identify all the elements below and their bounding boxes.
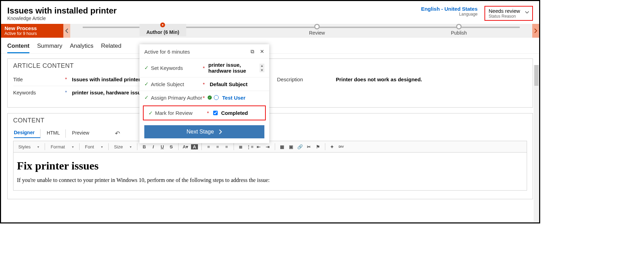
editor-canvas[interactable]: Fix printer issues If you're unable to c…: [13, 153, 527, 191]
stage-dot-icon: [456, 24, 462, 29]
close-icon[interactable]: ✕: [260, 48, 264, 54]
description-field[interactable]: Printer does not work as designed.: [336, 76, 527, 82]
numbered-list-icon[interactable]: ≣: [237, 144, 244, 149]
mark-review-label: Mark for Review: [155, 110, 207, 116]
subtab-html[interactable]: HTML: [47, 129, 66, 138]
required-icon: *: [203, 81, 208, 87]
outdent-icon[interactable]: ⇤: [255, 144, 262, 149]
check-icon: ✓: [144, 65, 149, 71]
popout-icon[interactable]: ⧉: [251, 48, 254, 54]
status-value: Needs review: [489, 8, 523, 14]
required-icon: *: [203, 65, 206, 71]
mark-for-review-row[interactable]: ✓ Mark for Review * Completed: [143, 106, 266, 120]
image-icon[interactable]: ▣: [288, 144, 294, 149]
next-stage-button[interactable]: Next Stage: [144, 125, 264, 138]
user-icon: [214, 95, 219, 100]
content-editor-section: CONTENT Designer HTML Preview ↶ Styles F…: [7, 113, 533, 199]
keywords-label: Keywords: [13, 90, 65, 95]
process-name: New Process: [4, 25, 60, 31]
styles-dropdown[interactable]: Styles: [16, 144, 41, 150]
section-title: ARTICLE CONTENT: [13, 62, 527, 70]
table-icon[interactable]: ▦: [279, 144, 285, 149]
mark-review-checkbox[interactable]: [213, 111, 218, 115]
stage-publish-label: Publish: [451, 30, 467, 36]
status-reason-selector[interactable]: Needs review Status Reason: [484, 6, 533, 21]
page-title: Issues with installed printer: [7, 6, 117, 16]
check-icon: ✓: [144, 94, 149, 101]
next-stage-label: Next Stage: [187, 129, 214, 135]
flyout-title: Active for 6 minutes: [144, 49, 190, 55]
status-label: Status Reason: [489, 14, 523, 19]
unlink-icon[interactable]: ✂: [306, 144, 312, 149]
doc-heading[interactable]: Fix printer issues: [17, 159, 523, 172]
sparkle-icon[interactable]: ✦: [329, 144, 336, 149]
subtab-designer[interactable]: Designer: [14, 129, 40, 138]
required-icon: *: [203, 95, 208, 101]
undo-icon[interactable]: ↶: [115, 130, 120, 137]
description-label: Description: [277, 76, 329, 82]
font-dropdown[interactable]: Font: [83, 144, 105, 150]
assign-author-label: Assign Primary Author: [151, 95, 203, 101]
field-scroll[interactable]: ▲▼: [260, 64, 264, 72]
text-color-icon[interactable]: A▾: [182, 144, 189, 149]
bullet-list-icon[interactable]: ⋮≡: [246, 144, 253, 149]
div-icon[interactable]: DIV: [338, 145, 345, 148]
verified-icon: ✓: [208, 95, 212, 100]
stage-review[interactable]: Review: [309, 24, 325, 36]
vertical-scrollbar[interactable]: [534, 65, 539, 222]
stage-publish[interactable]: Publish: [451, 24, 467, 36]
subtab-preview[interactable]: Preview: [72, 129, 95, 138]
indent-icon[interactable]: ⇥: [264, 144, 271, 149]
editor-toolbar: Styles Format Font Size B I U S A▾ A ≡ ≡…: [13, 141, 527, 153]
highlight-icon[interactable]: A: [191, 144, 198, 149]
required-icon: *: [65, 76, 72, 82]
assign-author-value[interactable]: Test User: [222, 95, 245, 101]
tab-analytics[interactable]: Analytics: [70, 40, 93, 53]
language-value: English - United States: [421, 6, 478, 12]
link-icon[interactable]: 🔗: [297, 144, 303, 149]
process-next-arrow[interactable]: [532, 24, 539, 38]
align-center-icon[interactable]: ≡: [214, 144, 221, 149]
entity-type: Knowledge Article: [7, 16, 117, 21]
set-keywords-label: Set Keywords: [151, 65, 203, 71]
bold-icon[interactable]: B: [141, 144, 148, 149]
strike-icon[interactable]: S: [168, 144, 175, 149]
check-icon: ✓: [144, 81, 149, 87]
form-tabs: Content Summary Analytics Related: [1, 38, 539, 54]
process-duration: Active for 9 hours: [4, 31, 60, 36]
chevron-down-icon: [525, 10, 529, 15]
stage-author-time: (6 Min): [164, 29, 179, 35]
underline-icon[interactable]: U: [159, 144, 166, 149]
align-left-icon[interactable]: ≡: [205, 144, 212, 149]
business-process-flow: New Process Active for 9 hours Author (6…: [1, 24, 539, 38]
tab-content[interactable]: Content: [7, 40, 29, 53]
article-subject-value[interactable]: Default Subject: [210, 81, 247, 87]
recommended-icon: *: [65, 90, 72, 95]
language-label: Language: [421, 12, 478, 17]
align-right-icon[interactable]: ≡: [223, 144, 230, 149]
flag-icon[interactable]: ⚑: [315, 144, 321, 149]
process-name-block[interactable]: New Process Active for 9 hours: [1, 24, 63, 38]
required-icon: *: [207, 110, 212, 116]
italic-icon[interactable]: I: [150, 144, 157, 149]
set-keywords-value[interactable]: printer issue, hardware issue: [208, 62, 260, 74]
doc-paragraph[interactable]: If you're unable to connect to your prin…: [17, 177, 523, 183]
stage-flyout: Active for 6 minutes ⧉ ✕ ✓ Set Keywords …: [139, 44, 269, 143]
stage-author-label: Author: [146, 29, 162, 35]
stage-author[interactable]: Author (6 Min): [139, 24, 186, 36]
stage-active-icon: [160, 22, 165, 27]
check-icon: ✓: [148, 110, 153, 116]
language-selector[interactable]: English - United States Language: [421, 6, 478, 17]
stage-dot-icon: [314, 24, 320, 29]
format-dropdown[interactable]: Format: [48, 144, 75, 150]
size-dropdown[interactable]: Size: [112, 144, 134, 150]
article-subject-label: Article Subject: [151, 81, 203, 87]
spacer: [329, 76, 336, 82]
article-content-section: ARTICLE CONTENT Title * Issues with inst…: [7, 58, 533, 108]
process-prev-arrow[interactable]: [63, 24, 70, 38]
section-title: CONTENT: [13, 117, 527, 124]
stage-review-label: Review: [309, 30, 325, 36]
tab-related[interactable]: Related: [101, 40, 121, 53]
tab-summary[interactable]: Summary: [37, 40, 62, 53]
title-label: Title: [13, 76, 65, 82]
